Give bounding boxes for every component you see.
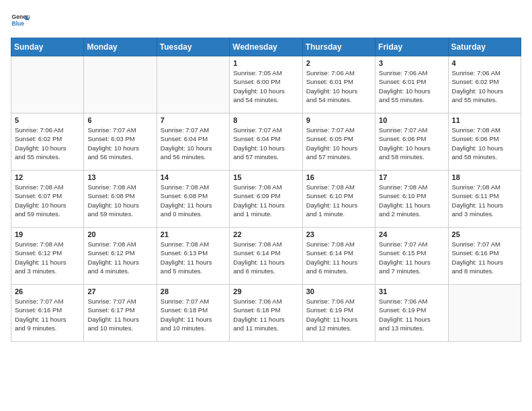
calendar-cell: 28Sunrise: 7:07 AM Sunset: 6:18 PM Dayli… (157, 285, 229, 342)
calendar-header-row: SundayMondayTuesdayWednesdayThursdayFrid… (11, 38, 521, 56)
weekday-header-friday: Friday (375, 38, 448, 56)
calendar-cell (448, 285, 521, 342)
day-number: 10 (379, 116, 444, 124)
day-info: Sunrise: 7:08 AM Sunset: 6:10 PM Dayligh… (306, 183, 371, 218)
day-info: Sunrise: 7:07 AM Sunset: 6:18 PM Dayligh… (161, 297, 226, 332)
day-number: 6 (87, 116, 152, 124)
day-info: Sunrise: 7:08 AM Sunset: 6:07 PM Dayligh… (15, 183, 80, 218)
day-info: Sunrise: 7:06 AM Sunset: 6:01 PM Dayligh… (306, 68, 371, 104)
day-info: Sunrise: 7:08 AM Sunset: 6:06 PM Dayligh… (452, 126, 517, 161)
weekday-header-tuesday: Tuesday (157, 38, 229, 56)
week-row-5: 26Sunrise: 7:07 AM Sunset: 6:16 PM Dayli… (11, 285, 521, 342)
day-info: Sunrise: 7:08 AM Sunset: 6:08 PM Dayligh… (161, 183, 226, 218)
day-info: Sunrise: 7:08 AM Sunset: 6:13 PM Dayligh… (161, 240, 226, 275)
weekday-header-monday: Monday (84, 38, 157, 56)
day-info: Sunrise: 7:07 AM Sunset: 6:05 PM Dayligh… (306, 126, 371, 161)
calendar-cell: 6Sunrise: 7:07 AM Sunset: 6:03 PM Daylig… (84, 113, 157, 171)
calendar-cell (11, 56, 84, 113)
weekday-header-wednesday: Wednesday (230, 38, 302, 56)
day-number: 8 (233, 116, 298, 124)
svg-text:Blue: Blue (12, 20, 25, 27)
day-info: Sunrise: 7:08 AM Sunset: 6:08 PM Dayligh… (87, 183, 152, 218)
day-info: Sunrise: 7:05 AM Sunset: 6:00 PM Dayligh… (233, 68, 298, 104)
logo: General Blue (11, 11, 30, 30)
day-number: 23 (306, 230, 371, 238)
weekday-header-saturday: Saturday (448, 38, 521, 56)
calendar-cell: 23Sunrise: 7:08 AM Sunset: 6:14 PM Dayli… (302, 228, 375, 285)
calendar-cell: 26Sunrise: 7:07 AM Sunset: 6:16 PM Dayli… (11, 285, 84, 342)
calendar-cell: 12Sunrise: 7:08 AM Sunset: 6:07 PM Dayli… (11, 171, 84, 228)
day-number: 11 (452, 116, 517, 124)
day-number: 1 (233, 59, 298, 67)
calendar-cell: 5Sunrise: 7:06 AM Sunset: 6:02 PM Daylig… (11, 113, 84, 171)
day-number: 14 (161, 173, 226, 181)
day-info: Sunrise: 7:08 AM Sunset: 6:14 PM Dayligh… (233, 240, 298, 275)
day-info: Sunrise: 7:07 AM Sunset: 6:16 PM Dayligh… (15, 297, 80, 332)
day-number: 13 (87, 173, 152, 181)
day-info: Sunrise: 7:06 AM Sunset: 6:02 PM Dayligh… (15, 126, 80, 161)
day-number: 27 (87, 287, 152, 295)
day-number: 30 (306, 287, 371, 295)
day-number: 20 (87, 230, 152, 238)
day-info: Sunrise: 7:08 AM Sunset: 6:12 PM Dayligh… (87, 240, 152, 275)
calendar-table: SundayMondayTuesdayWednesdayThursdayFrid… (11, 38, 521, 342)
week-row-4: 19Sunrise: 7:08 AM Sunset: 6:12 PM Dayli… (11, 228, 521, 285)
calendar-body: 1Sunrise: 7:05 AM Sunset: 6:00 PM Daylig… (11, 56, 521, 342)
day-info: Sunrise: 7:08 AM Sunset: 6:12 PM Dayligh… (15, 240, 80, 275)
calendar-cell: 16Sunrise: 7:08 AM Sunset: 6:10 PM Dayli… (302, 171, 375, 228)
day-number: 15 (233, 173, 298, 181)
day-info: Sunrise: 7:07 AM Sunset: 6:04 PM Dayligh… (233, 126, 298, 161)
calendar-cell: 3Sunrise: 7:06 AM Sunset: 6:01 PM Daylig… (375, 56, 448, 113)
day-number: 31 (379, 287, 444, 295)
calendar-cell: 31Sunrise: 7:06 AM Sunset: 6:19 PM Dayli… (375, 285, 448, 342)
calendar-cell: 29Sunrise: 7:06 AM Sunset: 6:18 PM Dayli… (230, 285, 302, 342)
calendar-cell: 13Sunrise: 7:08 AM Sunset: 6:08 PM Dayli… (84, 171, 157, 228)
calendar-cell: 22Sunrise: 7:08 AM Sunset: 6:14 PM Dayli… (230, 228, 302, 285)
calendar-cell: 30Sunrise: 7:06 AM Sunset: 6:19 PM Dayli… (302, 285, 375, 342)
calendar-cell: 27Sunrise: 7:07 AM Sunset: 6:17 PM Dayli… (84, 285, 157, 342)
day-info: Sunrise: 7:07 AM Sunset: 6:17 PM Dayligh… (87, 297, 152, 332)
day-number: 26 (15, 287, 80, 295)
day-info: Sunrise: 7:08 AM Sunset: 6:09 PM Dayligh… (233, 183, 298, 218)
day-info: Sunrise: 7:07 AM Sunset: 6:15 PM Dayligh… (379, 240, 444, 275)
day-number: 25 (452, 230, 517, 238)
page-header: General Blue (11, 11, 521, 30)
week-row-1: 1Sunrise: 7:05 AM Sunset: 6:00 PM Daylig… (11, 56, 521, 113)
logo-icon: General Blue (11, 11, 30, 30)
calendar-cell: 10Sunrise: 7:07 AM Sunset: 6:06 PM Dayli… (375, 113, 448, 171)
day-info: Sunrise: 7:06 AM Sunset: 6:19 PM Dayligh… (379, 297, 444, 332)
calendar-cell: 18Sunrise: 7:08 AM Sunset: 6:11 PM Dayli… (448, 171, 521, 228)
day-number: 16 (306, 173, 371, 181)
day-number: 3 (379, 59, 444, 67)
calendar-cell: 21Sunrise: 7:08 AM Sunset: 6:13 PM Dayli… (157, 228, 229, 285)
calendar-cell: 20Sunrise: 7:08 AM Sunset: 6:12 PM Dayli… (84, 228, 157, 285)
day-info: Sunrise: 7:07 AM Sunset: 6:16 PM Dayligh… (452, 240, 517, 275)
day-info: Sunrise: 7:06 AM Sunset: 6:18 PM Dayligh… (233, 297, 298, 332)
day-number: 18 (452, 173, 517, 181)
day-number: 2 (306, 59, 371, 67)
day-number: 24 (379, 230, 444, 238)
day-info: Sunrise: 7:07 AM Sunset: 6:04 PM Dayligh… (161, 126, 226, 161)
calendar-cell: 19Sunrise: 7:08 AM Sunset: 6:12 PM Dayli… (11, 228, 84, 285)
day-number: 4 (452, 59, 517, 67)
calendar-cell: 17Sunrise: 7:08 AM Sunset: 6:10 PM Dayli… (375, 171, 448, 228)
calendar-cell: 24Sunrise: 7:07 AM Sunset: 6:15 PM Dayli… (375, 228, 448, 285)
calendar-cell: 11Sunrise: 7:08 AM Sunset: 6:06 PM Dayli… (448, 113, 521, 171)
calendar-cell: 9Sunrise: 7:07 AM Sunset: 6:05 PM Daylig… (302, 113, 375, 171)
day-number: 7 (161, 116, 226, 124)
day-info: Sunrise: 7:07 AM Sunset: 6:06 PM Dayligh… (379, 126, 444, 161)
day-info: Sunrise: 7:08 AM Sunset: 6:11 PM Dayligh… (452, 183, 517, 218)
calendar-cell: 8Sunrise: 7:07 AM Sunset: 6:04 PM Daylig… (230, 113, 302, 171)
day-number: 17 (379, 173, 444, 181)
day-number: 5 (15, 116, 80, 124)
day-info: Sunrise: 7:06 AM Sunset: 6:01 PM Dayligh… (379, 68, 444, 104)
calendar-cell: 2Sunrise: 7:06 AM Sunset: 6:01 PM Daylig… (302, 56, 375, 113)
day-number: 9 (306, 116, 371, 124)
weekday-header-sunday: Sunday (11, 38, 84, 56)
calendar-cell: 7Sunrise: 7:07 AM Sunset: 6:04 PM Daylig… (157, 113, 229, 171)
calendar-cell (157, 56, 229, 113)
calendar-cell: 15Sunrise: 7:08 AM Sunset: 6:09 PM Dayli… (230, 171, 302, 228)
day-info: Sunrise: 7:06 AM Sunset: 6:19 PM Dayligh… (306, 297, 371, 332)
day-number: 19 (15, 230, 80, 238)
day-info: Sunrise: 7:08 AM Sunset: 6:10 PM Dayligh… (379, 183, 444, 218)
